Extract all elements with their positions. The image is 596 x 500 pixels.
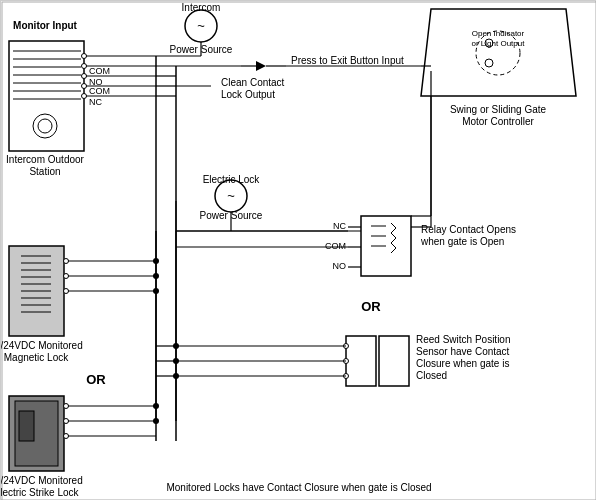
- svg-text:OR: OR: [361, 299, 381, 314]
- svg-text:Monitored Locks have Contact C: Monitored Locks have Contact Closure whe…: [166, 482, 431, 493]
- svg-text:Swing or Sliding Gate: Swing or Sliding Gate: [450, 104, 547, 115]
- svg-text:NO: NO: [333, 261, 347, 271]
- svg-text:Press to Exit Button Input: Press to Exit Button Input: [291, 55, 404, 66]
- svg-point-133: [173, 373, 179, 379]
- svg-text:Lock Output: Lock Output: [221, 89, 275, 100]
- svg-point-131: [173, 343, 179, 349]
- svg-rect-117: [379, 336, 409, 386]
- svg-point-65: [64, 259, 69, 264]
- svg-point-89: [153, 288, 159, 294]
- svg-text:Station: Station: [29, 166, 60, 177]
- svg-rect-76: [19, 411, 34, 441]
- svg-point-132: [173, 358, 179, 364]
- svg-point-16: [82, 74, 87, 79]
- svg-point-18: [82, 94, 87, 99]
- svg-point-66: [64, 274, 69, 279]
- svg-text:Relay Contact Opens: Relay Contact Opens: [421, 224, 516, 235]
- svg-point-10: [38, 119, 52, 133]
- svg-text:Reed Switch Position: Reed Switch Position: [416, 334, 511, 345]
- svg-point-14: [82, 54, 87, 59]
- svg-point-87: [153, 258, 159, 264]
- svg-text:Sensor have Contact: Sensor have Contact: [416, 346, 510, 357]
- svg-point-77: [64, 404, 69, 409]
- svg-text:12/24VDC Monitored: 12/24VDC Monitored: [1, 475, 83, 486]
- svg-point-15: [82, 64, 87, 69]
- svg-point-78: [64, 419, 69, 424]
- svg-point-95: [485, 59, 493, 67]
- svg-text:Closed: Closed: [416, 370, 447, 381]
- svg-point-90: [153, 403, 159, 409]
- svg-text:Monitor Input: Monitor Input: [13, 20, 78, 31]
- svg-text:OR: OR: [86, 372, 106, 387]
- svg-point-79: [64, 434, 69, 439]
- svg-text:Electric Lock: Electric Lock: [203, 174, 261, 185]
- svg-text:Clean Contact: Clean Contact: [221, 77, 285, 88]
- svg-point-88: [153, 273, 159, 279]
- svg-text:Intercom Outdoor: Intercom Outdoor: [6, 154, 84, 165]
- wiring-diagram: Monitor Input Intercom Outdoor Station C…: [0, 0, 596, 500]
- svg-point-67: [64, 289, 69, 294]
- svg-point-91: [153, 418, 159, 424]
- svg-text:COM: COM: [325, 241, 346, 251]
- svg-text:~: ~: [227, 188, 235, 203]
- svg-text:12/24VDC Monitored: 12/24VDC Monitored: [1, 340, 83, 351]
- svg-text:COM: COM: [89, 66, 110, 76]
- svg-text:Intercom: Intercom: [182, 2, 221, 13]
- svg-text:Magnetic Lock: Magnetic Lock: [4, 352, 69, 363]
- svg-text:when gate is Open: when gate is Open: [420, 236, 504, 247]
- svg-text:Open Indicator: Open Indicator: [472, 29, 525, 38]
- svg-text:Closure when gate is: Closure when gate is: [416, 358, 509, 369]
- svg-rect-116: [346, 336, 376, 386]
- svg-text:Motor Controller: Motor Controller: [462, 116, 534, 127]
- svg-text:or Light Output: or Light Output: [472, 39, 526, 48]
- svg-point-17: [82, 84, 87, 89]
- svg-text:Electric Strike Lock: Electric Strike Lock: [1, 487, 80, 498]
- svg-text:COM: COM: [89, 86, 110, 96]
- svg-text:NC: NC: [333, 221, 346, 231]
- svg-text:~: ~: [197, 18, 205, 33]
- svg-text:NC: NC: [89, 97, 102, 107]
